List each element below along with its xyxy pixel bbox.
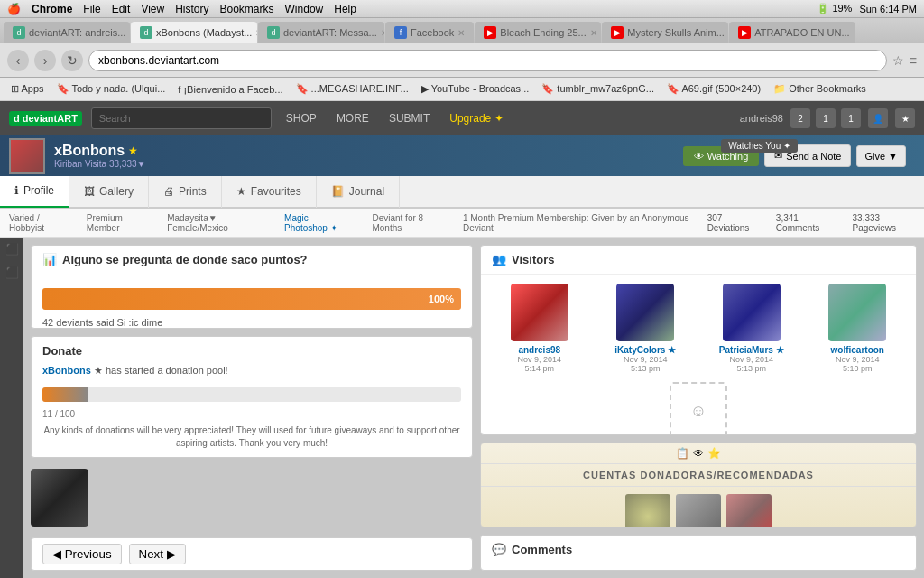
bookmark-apps[interactable]: ⊞ Apps [5, 81, 50, 97]
profile-magic-group[interactable]: Magic-Photoshop ✦ [284, 213, 354, 233]
tab-close-0[interactable]: ✕ [129, 28, 130, 38]
da-settings-icon[interactable]: ★ [895, 108, 915, 128]
rec-icon-1: 📋 [676, 447, 689, 460]
url-bar[interactable] [88, 50, 887, 71]
visitor-avatar-2[interactable] [723, 284, 781, 341]
profile-avatar[interactable] [9, 138, 45, 174]
gallery-nav-label: Gallery [99, 185, 134, 198]
tab-close-2[interactable]: ✕ [381, 28, 384, 38]
bookmark-1[interactable]: 🔖 Todo y nada. (Ulqui... [51, 81, 171, 97]
rec-icon-3: ⭐ [707, 447, 721, 460]
donate-title: Donate [32, 337, 472, 365]
profile-nav: ℹ Profile 🖼 Gallery 🖨 Prints ★ Favourite… [0, 176, 924, 209]
apple-icon[interactable]: 🍎 [7, 3, 21, 15]
bookmark-2[interactable]: f ¡Bienvenido a Faceb... [172, 82, 288, 97]
da-nav-more[interactable]: MORE [331, 110, 374, 126]
bookmark-star-icon[interactable]: ☆ [892, 53, 904, 68]
donate-description: Any kinds of donations will be very appr… [32, 421, 472, 453]
tab-close-4[interactable]: ✕ [590, 28, 597, 38]
visitor-name-3[interactable]: wolficartoon [831, 345, 884, 355]
rec-item-3[interactable] [726, 494, 772, 527]
bookmark-other[interactable]: 📁 Other Bookmarks [768, 81, 872, 97]
visitor-extra-0: ☺ Sirenitadeodair543 Nov 9, 2014 4:59 pm [658, 382, 738, 435]
tab-2[interactable]: d deviantART: Messa... ✕ [258, 22, 384, 43]
bookmark-3[interactable]: 🔖 ...MEGASHARE.INF... [291, 81, 414, 97]
tab-label-0: deviantART: andreis... [29, 27, 125, 38]
prints-nav-icon: 🖨 [163, 185, 174, 198]
battery-status: 🔋 19% [817, 3, 852, 14]
visitor-unknown-icon: ☺ [670, 382, 727, 435]
tab-label-4: Bleach Ending 25... [500, 27, 586, 38]
profile-action-buttons: 👁 Watching ✉ Send a Note Give ▼ [683, 144, 915, 167]
nav-prints[interactable]: 🖨 Prints [149, 175, 222, 208]
da-logo[interactable]: d deviantART [9, 111, 82, 126]
rec-item-1[interactable] [625, 494, 670, 527]
give-button[interactable]: Give ▼ [856, 145, 906, 167]
bookmark-4[interactable]: ▶ YouTube - Broadcas... [416, 81, 535, 97]
forward-button[interactable]: › [34, 50, 56, 71]
help-menu[interactable]: Help [334, 3, 356, 15]
da-header-right: andreis98 2 1 1 👤 ★ [740, 108, 915, 128]
tab-close-3[interactable]: ✕ [457, 28, 465, 38]
nav-favourites[interactable]: ★ Favourites [222, 175, 317, 208]
visitor-name-0[interactable]: andreis98 [518, 345, 560, 355]
nav-journal[interactable]: 📔 Journal [317, 175, 400, 208]
tab-3[interactable]: f Facebook ✕ [385, 22, 474, 43]
visitor-avatar-0[interactable] [511, 284, 568, 341]
rec-item-2[interactable] [676, 494, 721, 527]
tab-0[interactable]: d deviantART: andreis... ✕ [4, 22, 130, 43]
donate-username[interactable]: xBonbons [42, 365, 91, 376]
bookmark-label-3: 🔖 ...MEGASHARE.INF... [296, 83, 409, 95]
da-notif-3[interactable]: 1 [841, 108, 861, 128]
thumbnail-item[interactable] [31, 469, 88, 527]
sidebar-tool-2[interactable]: ⬛ [0, 261, 23, 284]
file-menu[interactable]: File [83, 3, 100, 15]
window-menu[interactable]: Window [285, 3, 324, 15]
da-user-icon[interactable]: 👤 [868, 108, 888, 128]
profile-username[interactable]: xBonbons [54, 143, 125, 159]
da-notif-1[interactable]: 2 [790, 108, 810, 128]
nav-profile[interactable]: ℹ Profile [0, 175, 69, 208]
bookmark-6[interactable]: 🔖 A69.gif (500×240) [661, 81, 766, 97]
nav-gallery[interactable]: 🖼 Gallery [69, 175, 149, 208]
tab-4[interactable]: ▶ Bleach Ending 25... ✕ [475, 22, 601, 43]
visitor-name-1[interactable]: iKatyColors ★ [614, 345, 676, 355]
visitors-grid: andreis98 Nov 9, 2014 5:14 pm iKatyColor… [481, 275, 916, 382]
main-content: ⬛ ⬛ 📊 Alguno se pregunta de donde saco p… [0, 238, 924, 578]
bookmark-5[interactable]: 🔖 tumblr_mw7az6pnG... [536, 81, 660, 97]
da-username[interactable]: andreis98 [740, 113, 783, 124]
edit-menu[interactable]: Edit [112, 3, 131, 15]
stat-comments: 3,341 Comments [776, 213, 835, 233]
da-search-input[interactable] [91, 107, 272, 129]
prev-button[interactable]: ◀ Previous [42, 544, 122, 564]
next-button[interactable]: Next ▶ [129, 544, 186, 564]
history-menu[interactable]: History [175, 3, 208, 15]
tab-close-1[interactable]: ✕ [255, 28, 257, 38]
reload-button[interactable]: ↻ [61, 50, 83, 71]
visitor-name-2[interactable]: PatriciaMurs ★ [719, 345, 784, 355]
view-menu[interactable]: View [141, 3, 164, 15]
profile-kiriban: Kiriban Visita 33,333▼ [54, 159, 145, 169]
bookmarks-menu[interactable]: Bookmarks [220, 3, 274, 15]
sidebar-tool-1[interactable]: ⬛ [0, 238, 23, 261]
chrome-menu[interactable]: Chrome [32, 3, 72, 15]
back-button[interactable]: ‹ [7, 50, 29, 71]
gallery-nav-icon: 🖼 [84, 185, 95, 198]
chrome-menu-icon[interactable]: ≡ [910, 53, 917, 68]
tab-1[interactable]: d xBonbons (Madayst... ✕ [131, 22, 257, 43]
visitor-date-0: Nov 9, 2014 5:14 pm [517, 355, 561, 373]
da-nav-shop[interactable]: SHOP [281, 110, 322, 126]
bookmark-label-5: 🔖 tumblr_mw7az6pnG... [541, 83, 654, 95]
profile-nav-icon: ℹ [14, 184, 19, 197]
profile-location: Madaysita▼ Female/Mexico [167, 213, 266, 233]
visitor-avatar-1[interactable] [616, 284, 674, 341]
poll-result: 42 deviants said Si :ic dime [42, 317, 461, 328]
da-nav-submit[interactable]: SUBMIT [383, 110, 435, 126]
tab-favicon-3: f [394, 26, 407, 39]
visitor-avatar-3[interactable] [828, 284, 886, 341]
tab-close-6[interactable]: ✕ [854, 28, 856, 38]
tab-5[interactable]: ▶ Mystery Skulls Anim... ✕ [602, 22, 728, 43]
tab-6[interactable]: ▶ ATRAPADO EN UN... ✕ [729, 22, 855, 43]
da-nav-upgrade[interactable]: Upgrade ✦ [444, 110, 508, 126]
da-notif-2[interactable]: 1 [816, 108, 836, 128]
